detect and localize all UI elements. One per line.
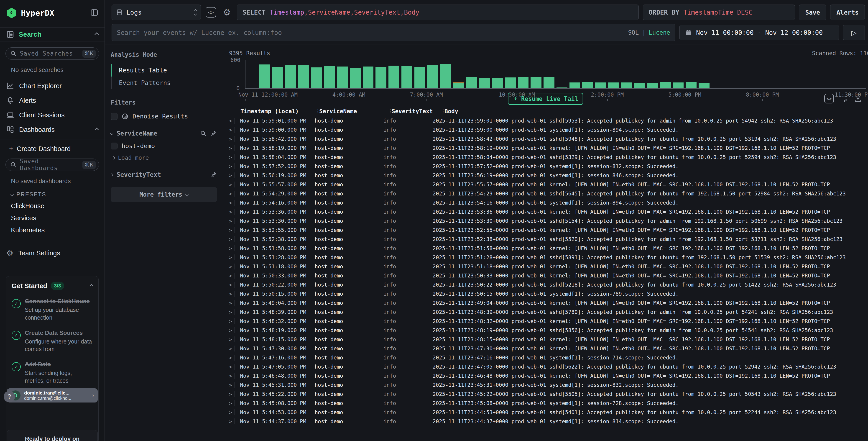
- chart-bar[interactable]: [595, 60, 606, 88]
- task-add-data[interactable]: ✓ Add Data Start sending logs, metrics, …: [11, 361, 93, 385]
- chart-bar[interactable]: [414, 60, 425, 88]
- presets-toggle[interactable]: PRESETS: [0, 185, 104, 198]
- row-expander-icon[interactable]: >: [229, 245, 235, 251]
- row-expander-icon[interactable]: >: [229, 337, 235, 342]
- row-expander-icon[interactable]: >: [229, 346, 235, 351]
- table-row[interactable]: >Nov 11 5:55:57.000 PMhost-demoinfo2025-…: [223, 180, 868, 189]
- chart-bar[interactable]: [363, 60, 374, 88]
- chart-bar[interactable]: [634, 60, 645, 88]
- row-expander-icon[interactable]: >: [229, 264, 235, 269]
- chart-bar[interactable]: [569, 60, 581, 88]
- table-row[interactable]: >Nov 11 5:45:22.000 PMhost-demoinfo2025-…: [223, 389, 868, 399]
- table-row[interactable]: >Nov 11 5:48:39.000 PMhost-demoinfo2025-…: [223, 307, 868, 317]
- table-row[interactable]: >Nov 11 5:49:04.000 PMhost-demoinfo2025-…: [223, 298, 868, 307]
- row-expander-icon[interactable]: >: [229, 173, 235, 178]
- load-more-button[interactable]: Load more: [113, 154, 217, 161]
- select-clause-input[interactable]: SELECTTimestamp,ServiceName,SeverityText…: [237, 5, 639, 20]
- chart-bar[interactable]: [453, 60, 464, 88]
- lucene-toggle[interactable]: Lucene: [649, 29, 670, 36]
- checkbox[interactable]: [111, 113, 118, 120]
- chevron-up-icon[interactable]: [94, 127, 99, 132]
- row-expander-icon[interactable]: >: [229, 255, 235, 260]
- date-range-picker[interactable]: Nov 11 00:00:00 - Nov 12 00:00:00: [679, 25, 839, 40]
- row-expander-icon[interactable]: >: [229, 291, 235, 297]
- chart-bar[interactable]: [582, 60, 593, 88]
- mode-event-patterns[interactable]: Event Patterns: [111, 77, 217, 89]
- row-expander-icon[interactable]: >: [229, 154, 235, 160]
- column-resize-handle[interactable]: ⋮⋮: [316, 109, 319, 114]
- column-resize-handle[interactable]: ⋮⋮: [441, 109, 444, 114]
- row-expander-icon[interactable]: >: [229, 364, 235, 370]
- source-select[interactable]: Logs: [112, 5, 201, 20]
- chevron-up-icon[interactable]: [94, 32, 99, 36]
- table-row[interactable]: >Nov 11 5:45:31.000 PMhost-demoinfo2025-…: [223, 380, 868, 389]
- row-expander-icon[interactable]: >: [229, 127, 235, 133]
- table-row[interactable]: >Nov 11 5:47:30.000 PMhost-demoinfo2025-…: [223, 344, 868, 353]
- run-query-button[interactable]: ▷: [843, 25, 865, 40]
- row-expander-icon[interactable]: >: [229, 391, 235, 397]
- chart-bar[interactable]: [466, 60, 477, 88]
- column-timestamp[interactable]: Timestamp (Local): [241, 108, 316, 115]
- chart-bar[interactable]: [311, 60, 322, 88]
- create-dashboard-button[interactable]: + Create Dashboard: [0, 139, 104, 153]
- source-settings-button[interactable]: ⚙: [221, 6, 233, 18]
- chart-bar[interactable]: [298, 60, 309, 88]
- saved-searches-input[interactable]: Saved Searches ⌘K: [5, 48, 99, 60]
- row-expander-icon[interactable]: >: [229, 136, 235, 142]
- table-row[interactable]: >Nov 11 5:52:38.000 PMhost-demoinfo2025-…: [223, 235, 868, 244]
- edit-source-sql-button[interactable]: <>: [205, 6, 217, 18]
- row-expander-icon[interactable]: >: [229, 164, 235, 169]
- table-row[interactable]: >Nov 11 5:46:48.000 PMhost-demoinfo2025-…: [223, 371, 868, 380]
- table-row[interactable]: >Nov 11 5:58:42.000 PMhost-demoinfo2025-…: [223, 135, 868, 144]
- row-expander-icon[interactable]: >: [229, 419, 235, 424]
- row-expander-icon[interactable]: >: [229, 401, 235, 406]
- collapse-sidebar-icon[interactable]: [90, 9, 98, 17]
- row-expander-icon[interactable]: >: [229, 373, 235, 379]
- table-row[interactable]: >Nov 11 5:51:28.000 PMhost-demoinfo2025-…: [223, 253, 868, 262]
- row-expander-icon[interactable]: >: [229, 145, 235, 151]
- row-expander-icon[interactable]: >: [229, 191, 235, 197]
- table-row[interactable]: >Nov 11 5:44:53.000 PMhost-demoinfo2025-…: [223, 408, 868, 417]
- user-profile-button[interactable]: D dominic.tran@clic... dominic.tran@clic…: [7, 388, 98, 403]
- chart-bar[interactable]: [375, 60, 386, 88]
- save-button[interactable]: Save: [799, 5, 826, 20]
- search-icon[interactable]: [200, 130, 207, 137]
- help-button[interactable]: ?: [4, 391, 15, 402]
- chart-bar[interactable]: [660, 60, 671, 88]
- table-row[interactable]: >Nov 11 5:47:05.000 PMhost-demoinfo2025-…: [223, 362, 868, 371]
- row-expander-icon[interactable]: >: [229, 355, 235, 361]
- chart-bar[interactable]: [401, 60, 412, 88]
- filter-group-servicename[interactable]: ServiceName: [111, 130, 217, 137]
- chart-bar[interactable]: [492, 60, 503, 88]
- order-by-input[interactable]: ORDER BYTimestampTime DESC: [643, 5, 795, 20]
- resume-live-tail-button[interactable]: Resume Live Tail: [508, 93, 583, 105]
- chart-bar[interactable]: [350, 60, 361, 88]
- row-expander-icon[interactable]: >: [229, 382, 235, 388]
- table-row[interactable]: >Nov 11 5:47:16.000 PMhost-demoinfo2025-…: [223, 353, 868, 362]
- table-row[interactable]: >Nov 11 5:59:01.000 PMhost-demoinfo2025-…: [223, 116, 868, 125]
- saved-dashboards-input[interactable]: Saved Dashboards ⌘K: [5, 158, 99, 171]
- preset-kubernetes[interactable]: Kubernetes: [0, 222, 104, 234]
- chart-bar[interactable]: [285, 60, 296, 88]
- chart-bar[interactable]: [440, 60, 451, 88]
- chart-bar[interactable]: [427, 60, 438, 88]
- lucene-search-input[interactable]: Search your events w/ Lucene ex. column:…: [112, 24, 675, 41]
- chart-bar[interactable]: [518, 60, 529, 88]
- pin-icon[interactable]: [211, 130, 217, 137]
- table-row[interactable]: >Nov 11 5:54:29.000 PMhost-demoinfo2025-…: [223, 189, 868, 198]
- column-resize-handle[interactable]: ⋮⋮: [388, 109, 392, 114]
- filter-value-host-demo[interactable]: host-demo: [111, 142, 217, 149]
- table-row[interactable]: >Nov 11 5:50:22.000 PMhost-demoinfo2025-…: [223, 280, 868, 289]
- row-expander-icon[interactable]: >: [229, 209, 235, 215]
- chart-bar[interactable]: [505, 60, 516, 88]
- chart-bar[interactable]: [272, 60, 283, 88]
- filter-group-severitytext[interactable]: SeverityText: [111, 171, 217, 178]
- table-row[interactable]: >Nov 11 5:57:52.000 PMhost-demoinfo2025-…: [223, 162, 868, 171]
- row-expander-icon[interactable]: >: [229, 118, 235, 124]
- chart-bar[interactable]: [479, 60, 490, 88]
- chart-bar[interactable]: [673, 60, 684, 88]
- row-expander-icon[interactable]: >: [229, 273, 235, 278]
- table-row[interactable]: >Nov 11 5:48:32.000 PMhost-demoinfo2025-…: [223, 317, 868, 326]
- alerts-button[interactable]: Alerts: [830, 5, 865, 20]
- row-expander-icon[interactable]: >: [229, 227, 235, 233]
